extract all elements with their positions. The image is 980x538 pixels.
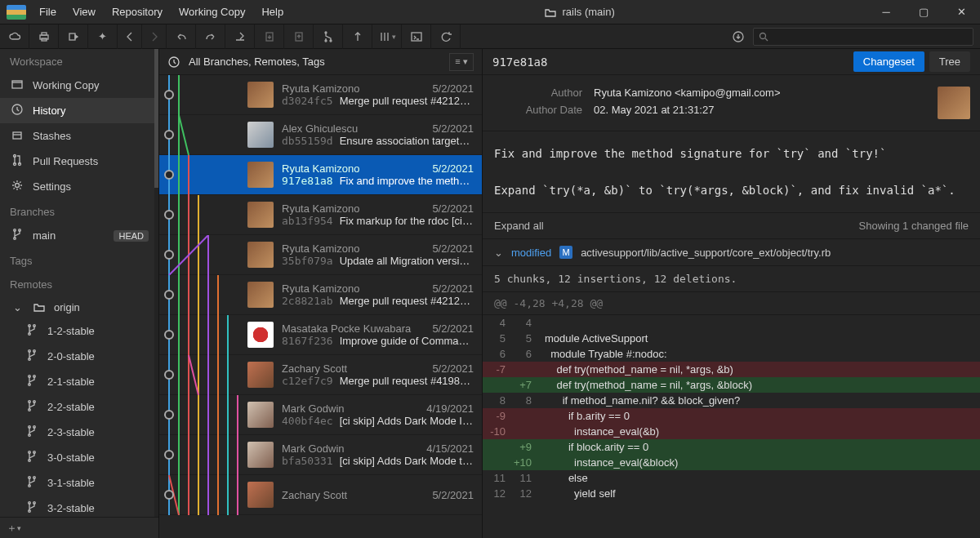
commit-row[interactable]: Ryuta Kamizono5/2/2021 ab13f954Fix marku… xyxy=(159,195,482,235)
remote-origin[interactable]: ⌄ origin xyxy=(0,296,158,318)
search-input[interactable] xyxy=(753,28,973,46)
branch-main[interactable]: mainHEAD xyxy=(0,223,158,248)
commit-msg: Fix markup for the rdoc [ci s… xyxy=(340,215,474,227)
menu-working-copy[interactable]: Working Copy xyxy=(171,0,253,24)
up-arrow-icon[interactable] xyxy=(343,24,372,49)
commit-msg: Fix and improve the meth… xyxy=(340,175,470,187)
remote-name: origin xyxy=(54,301,80,313)
commit-row[interactable]: Ryuta Kamizono5/2/2021 d3024fc5Merge pul… xyxy=(159,75,482,115)
svg-rect-1 xyxy=(42,33,47,35)
graph-column xyxy=(159,155,247,194)
sidebar-item-stashes[interactable]: Stashes xyxy=(0,123,158,149)
terminal-icon[interactable] xyxy=(402,24,431,49)
svg-line-92 xyxy=(189,355,198,395)
sidebar-item-settings[interactable]: Settings xyxy=(0,174,158,199)
chevron-down-icon: ⌄ xyxy=(10,301,24,313)
close-button[interactable]: ✕ xyxy=(942,0,980,24)
menu-help[interactable]: Help xyxy=(253,0,292,24)
remote-branch-1-2-stable[interactable]: 1-2-stable xyxy=(0,318,158,344)
app-logo xyxy=(7,5,26,20)
commit-date: 5/2/2021 xyxy=(432,122,474,135)
tab-tree[interactable]: Tree xyxy=(929,51,970,72)
remote-branch-2-1-stable[interactable]: 2-1-stable xyxy=(0,369,158,394)
remote-branch-2-2-stable[interactable]: 2-2-stable xyxy=(0,394,158,420)
commit-row[interactable]: Masataka Pocke Kuwabara5/2/2021 8167f236… xyxy=(159,315,482,355)
sidebar-item-history[interactable]: History xyxy=(0,98,158,123)
svg-point-93 xyxy=(165,371,173,379)
remotes-heading: Remotes xyxy=(0,272,158,296)
clipboard-up-icon[interactable] xyxy=(284,24,314,49)
merge-icon[interactable] xyxy=(314,24,343,49)
detail-hash: 917e81a8 xyxy=(492,56,849,69)
remote-branch-3-2-stable[interactable]: 3-2-stable xyxy=(0,496,158,517)
clipboard-down-icon[interactable] xyxy=(255,24,284,49)
svg-point-102 xyxy=(165,411,173,419)
commit-row[interactable]: Alex Ghiculescu5/2/2021 db55159dEnsure a… xyxy=(159,115,482,155)
remote-branch-3-0-stable[interactable]: 3-0-stable xyxy=(0,445,158,470)
commit-row[interactable]: Mark Godwin4/19/2021 400bf4ec[ci skip] A… xyxy=(159,395,482,435)
commit-author: Ryuta Kamizono xyxy=(282,162,359,175)
sidebar-footer[interactable]: ＋▾ xyxy=(0,517,158,538)
commit-avatar xyxy=(247,242,274,268)
menu-view[interactable]: View xyxy=(65,0,104,24)
redo-icon[interactable] xyxy=(196,24,225,49)
push-icon[interactable] xyxy=(225,24,255,49)
expand-all-button[interactable]: Expand all xyxy=(494,220,544,232)
commit-hash: 35bf079a xyxy=(282,255,333,267)
print-icon[interactable] xyxy=(29,24,59,49)
filter-label[interactable]: All Branches, Remotes, Tags xyxy=(189,56,441,68)
menu-repository[interactable]: Repository xyxy=(104,0,171,24)
svg-point-111 xyxy=(165,451,173,459)
commit-msg: Ensure association target… xyxy=(340,135,470,147)
diff-line: -10 instance_eval(&b) xyxy=(483,424,980,439)
stash-icon xyxy=(10,128,24,144)
sidebar-item-pull-requests[interactable]: Pull Requests xyxy=(0,149,158,174)
workspace-heading: Workspace xyxy=(0,49,158,73)
remote-branch-2-0-stable[interactable]: 2-0-stable xyxy=(0,344,158,369)
commit-row[interactable]: Zachary Scott5/2/2021 xyxy=(159,475,482,515)
branch-icon xyxy=(24,349,39,364)
commit-row[interactable]: Mark Godwin4/15/2021 bfa50331[ci skip] A… xyxy=(159,435,482,475)
branch-icon xyxy=(24,399,39,415)
back-button[interactable] xyxy=(118,24,142,49)
history-icon xyxy=(10,103,24,118)
commit-row[interactable]: Ryuta Kamizono5/2/2021 35bf079aUpdate al… xyxy=(159,235,482,275)
refresh-icon[interactable] xyxy=(431,24,461,49)
sidebar-item-working-copy[interactable]: Working Copy xyxy=(0,73,158,98)
diff-line: 55module ActiveSupport xyxy=(483,331,980,346)
changed-file-row[interactable]: ⌄ modified M activesupport/lib/active_su… xyxy=(483,239,980,266)
commit-hash: d3024fc5 xyxy=(282,95,333,107)
maximize-button[interactable]: ▢ xyxy=(905,0,942,24)
commit-date: 5/2/2021 xyxy=(432,82,474,95)
commit-row[interactable]: Ryuta Kamizono5/2/2021 2c8821abMerge pul… xyxy=(159,275,482,315)
magic-icon[interactable]: ✦ xyxy=(88,24,118,49)
undo-icon[interactable] xyxy=(167,24,196,49)
branch-in-icon[interactable] xyxy=(59,24,88,49)
flow-icon[interactable]: ▾ xyxy=(372,24,402,49)
cloud-icon[interactable] xyxy=(0,24,29,49)
toolbar: ✦ ▾ xyxy=(0,24,980,49)
list-view-dropdown[interactable]: ≡ ▾ xyxy=(449,53,474,71)
diff-line: 66 module Tryable #:nodoc: xyxy=(483,346,980,362)
remote-branch-3-1-stable[interactable]: 3-1-stable xyxy=(0,470,158,496)
remote-branch-2-3-stable[interactable]: 2-3-stable xyxy=(0,420,158,445)
minimize-button[interactable]: ─ xyxy=(867,0,905,24)
diff-view: 4455module ActiveSupport66 module Tryabl… xyxy=(483,315,980,501)
graph-column xyxy=(159,475,247,514)
diff-line: 44 xyxy=(483,315,980,331)
commit-row[interactable]: Ryuta Kamizono5/2/2021 917e81a8Fix and i… xyxy=(159,155,482,195)
commit-avatar xyxy=(247,362,274,388)
forward-button[interactable] xyxy=(142,24,167,49)
commit-avatar xyxy=(247,122,274,148)
svg-point-57 xyxy=(165,171,173,179)
sidebar-scrollbar[interactable] xyxy=(154,49,158,517)
download-icon[interactable] xyxy=(724,24,753,49)
history-icon[interactable] xyxy=(167,56,180,69)
commit-date: 5/2/2021 xyxy=(432,282,474,295)
graph-column xyxy=(159,395,247,434)
tab-changeset[interactable]: Changeset xyxy=(853,51,924,72)
svg-point-49 xyxy=(165,91,173,99)
menu-file[interactable]: File xyxy=(31,0,65,24)
commit-row[interactable]: Zachary Scott5/2/2021 c12ef7c9Merge pull… xyxy=(159,355,482,395)
commit-msg: [ci skip] Adds Dark Mode to R… xyxy=(340,455,474,467)
